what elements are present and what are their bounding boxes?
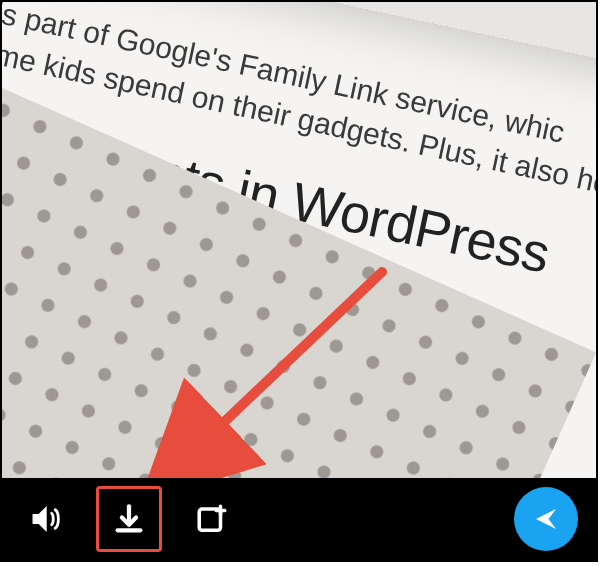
add-clip-button[interactable]	[186, 493, 238, 545]
download-button-highlight	[96, 486, 162, 552]
add-clip-icon	[195, 502, 229, 536]
sound-toggle-button[interactable]	[20, 493, 72, 545]
article-card: Time is part of Google's Family Link ser…	[2, 2, 596, 482]
captured-photo-preview: Time is part of Google's Family Link ser…	[2, 2, 596, 482]
send-button[interactable]	[514, 487, 578, 551]
download-icon	[112, 502, 146, 536]
download-button[interactable]	[103, 493, 155, 545]
phone-screenshot-frame: Time is part of Google's Family Link ser…	[0, 0, 598, 562]
volume-icon	[29, 502, 63, 536]
send-icon	[531, 504, 561, 534]
capture-toolbar	[2, 478, 596, 560]
